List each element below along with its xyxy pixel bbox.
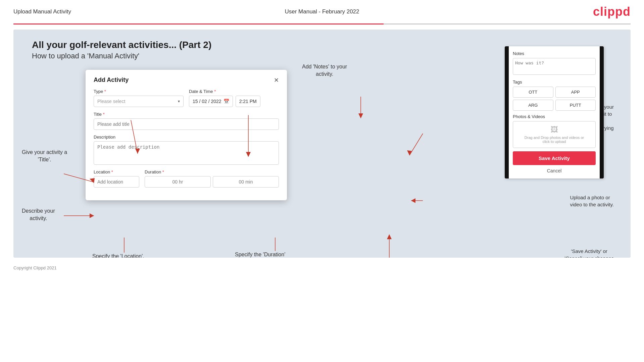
cancel-button[interactable]: Cancel — [513, 168, 596, 173]
location-group: Location * — [94, 169, 139, 188]
dialog-header: Add Activity ✕ — [94, 76, 279, 84]
notes-textarea[interactable] — [513, 58, 596, 75]
footer: Copyright Clippd 2021 — [0, 263, 644, 273]
time-value: 2:21 PM — [239, 99, 257, 104]
tag-app[interactable]: APP — [555, 87, 596, 98]
tags-grid: OTT APP ARG PUTT — [513, 87, 596, 111]
type-placeholder: Please select — [97, 99, 125, 104]
main-content: All your golf-relevant activities... (Pa… — [13, 30, 631, 258]
date-input[interactable]: 15 / 02 / 2022 📅 — [189, 96, 233, 107]
type-datetime-row: Type * Please select ▾ Date & Time * 15 … — [94, 89, 279, 107]
svg-marker-17 — [411, 198, 415, 203]
phone-panel: Notes Tags OTT APP ARG PUTT Photos & Vid… — [505, 46, 604, 178]
dialog-title: Add Activity — [94, 76, 129, 84]
annotation-location: Specify the 'Location'. — [92, 253, 144, 258]
copyright: Copyright Clippd 2021 — [13, 265, 57, 270]
add-activity-dialog: Add Activity ✕ Type * Please select ▾ Da… — [86, 70, 287, 200]
duration-inputs — [145, 176, 279, 188]
duration-label: Duration * — [145, 169, 279, 174]
photos-text: Drag and Drop photos and videos orclick … — [525, 136, 584, 144]
svg-marker-7 — [90, 213, 94, 218]
type-label: Type * — [94, 89, 184, 94]
svg-line-14 — [409, 134, 423, 155]
tag-ott[interactable]: OTT — [513, 87, 553, 98]
datetime-label: Date & Time * — [189, 89, 279, 94]
photos-section-label: Photos & Videos — [513, 114, 596, 119]
notes-section-label: Notes — [513, 51, 596, 56]
annotation-save: 'Save Activity' or 'Cancel' your changes… — [564, 248, 614, 258]
logo: clippd — [593, 5, 631, 19]
annotation-title: Give your activity a 'Title'. — [22, 149, 67, 164]
tag-putt[interactable]: PUTT — [555, 100, 596, 111]
time-input[interactable]: 2:21 PM — [236, 96, 260, 107]
duration-group: Duration * — [145, 169, 279, 188]
dialog-close-button[interactable]: ✕ — [274, 77, 279, 83]
tag-arg[interactable]: ARG — [513, 100, 553, 111]
manual-title: User Manual - February 2022 — [285, 8, 359, 15]
title-input[interactable] — [94, 118, 279, 130]
phone-inner: Notes Tags OTT APP ARG PUTT Photos & Vid… — [509, 46, 600, 178]
description-textarea[interactable] — [94, 141, 279, 165]
location-duration-row: Location * Duration * — [94, 169, 279, 188]
chevron-down-icon: ▾ — [178, 99, 180, 104]
datetime-group: Date & Time * 15 / 02 / 2022 📅 2:21 PM — [189, 89, 279, 107]
location-label: Location * — [94, 169, 139, 174]
tags-section-label: Tags — [513, 80, 596, 85]
duration-min-input[interactable] — [213, 176, 279, 188]
calendar-icon: 📅 — [224, 99, 229, 104]
title-group: Title * — [94, 112, 279, 130]
description-label: Description — [94, 135, 279, 140]
top-bar: Upload Manual Activity User Manual - Feb… — [0, 0, 644, 23]
duration-hr-input[interactable] — [145, 176, 211, 188]
photo-icon: 🖼 — [551, 125, 558, 134]
type-group: Type * Please select ▾ — [94, 89, 184, 107]
location-input[interactable] — [94, 176, 139, 188]
annotation-duration: Specify the 'Duration' of your activity. — [235, 251, 285, 258]
annotation-description: Describe your activity. — [22, 207, 55, 222]
photos-upload-area[interactable]: 🖼 Drag and Drop photos and videos orclic… — [513, 121, 596, 148]
top-divider — [13, 23, 631, 24]
annotation-photo: Upload a photo or video to the activity. — [570, 194, 614, 208]
page-title: Upload Manual Activity — [13, 8, 71, 15]
annotation-notes: Add 'Notes' to your activity. — [302, 63, 347, 78]
description-group: Description — [94, 135, 279, 165]
date-value: 15 / 02 / 2022 — [193, 99, 221, 104]
svg-marker-13 — [358, 113, 363, 118]
title-label: Title * — [94, 112, 279, 117]
svg-marker-19 — [387, 234, 392, 239]
type-select[interactable]: Please select ▾ — [94, 96, 184, 107]
save-activity-button[interactable]: Save Activity — [513, 151, 596, 165]
svg-marker-15 — [407, 150, 412, 155]
